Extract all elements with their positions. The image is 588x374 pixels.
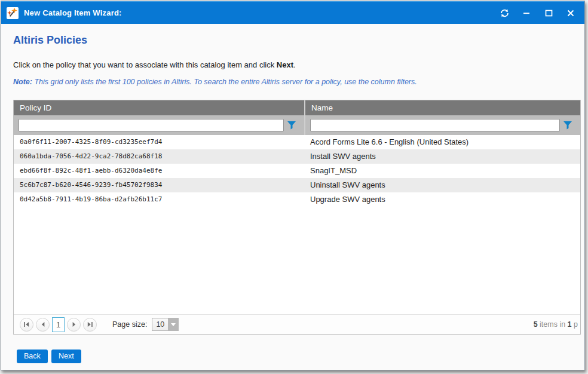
instruction-emphasis: Next — [277, 60, 293, 69]
last-page-button[interactable] — [83, 318, 97, 332]
pages-count: 1 — [568, 320, 572, 329]
name-cell[interactable]: Install SWV agents — [304, 149, 580, 164]
table-row[interactable]: 060a1bda-7056-4d22-9ca2-78d82ca68f18 Ins… — [14, 149, 580, 164]
name-filter-cell — [304, 115, 580, 135]
policy-id-filter-input[interactable] — [19, 119, 284, 131]
policy-id-cell[interactable]: 5c6b7c87-b620-4546-9239-fb45702f9834 — [14, 178, 304, 192]
window-controls — [498, 7, 577, 20]
previous-page-button[interactable] — [36, 318, 50, 332]
window-title: New Catalog Item Wizard: — [24, 8, 122, 17]
policy-id-cell[interactable]: ebd66f8f-892c-48f1-aebb-d6320da4e8fe — [14, 164, 304, 178]
first-page-button[interactable] — [20, 318, 33, 332]
policy-id-cell[interactable]: 060a1bda-7056-4d22-9ca2-78d82ca68f18 — [14, 149, 304, 164]
filter-row — [14, 115, 580, 135]
page-title: Altiris Policies — [13, 34, 87, 47]
next-page-button[interactable] — [67, 318, 81, 332]
note-body: This grid only lists the first 100 polic… — [32, 78, 417, 86]
instruction-text: Click on the policy that you want to ass… — [13, 60, 296, 69]
close-icon[interactable] — [564, 7, 577, 20]
page-size-value: 10 — [152, 318, 168, 331]
table-row[interactable]: 0d42a5b8-7911-4b19-86ba-d2afb26b11c7 Upg… — [14, 192, 580, 207]
grid-pager: 1 Page size: 10 5 items in 1 p — [14, 314, 580, 334]
column-header-name[interactable]: Name — [304, 100, 580, 115]
back-button[interactable]: Back — [17, 350, 48, 363]
note-label: Note: — [13, 78, 32, 86]
policy-id-cell[interactable]: 0d42a5b8-7911-4b19-86ba-d2afb26b11c7 — [14, 192, 304, 207]
minimize-icon[interactable] — [520, 7, 533, 20]
column-header-policy-id[interactable]: Policy ID — [14, 100, 304, 115]
page-size-label: Page size: — [112, 320, 147, 329]
items-count: 5 — [534, 320, 538, 329]
policies-grid: Policy ID Name 0a0f6f11-2007-4325-8f09-c… — [13, 100, 581, 335]
instruction-suffix: . — [293, 60, 296, 69]
maximize-icon[interactable] — [542, 7, 555, 20]
page-size-select[interactable]: 10 — [152, 318, 179, 331]
name-cell[interactable]: Upgrade SWV agents — [304, 192, 580, 207]
name-filter-icon[interactable] — [560, 118, 575, 133]
name-cell[interactable]: Acord Forms Lite 6.6 - English (United S… — [304, 135, 580, 149]
wizard-app-icon — [7, 7, 19, 19]
name-filter-input[interactable] — [310, 119, 560, 131]
next-button[interactable]: Next — [51, 350, 81, 363]
table-row[interactable]: 0a0f6f11-2007-4325-8f09-cd3235eef7d4 Aco… — [14, 135, 580, 149]
summary-infix: items in — [538, 320, 568, 329]
title-bar: New Catalog Item Wizard: — [1, 1, 584, 24]
name-cell[interactable]: SnagIT_MSD — [304, 164, 580, 178]
grid-header-row: Policy ID Name — [14, 100, 580, 115]
name-cell[interactable]: Uninstall SWV agents — [304, 178, 580, 192]
table-row[interactable]: ebd66f8f-892c-48f1-aebb-d6320da4e8fe Sna… — [14, 164, 580, 178]
instruction-prefix: Click on the policy that you want to ass… — [13, 60, 277, 69]
table-row[interactable]: 5c6b7c87-b620-4546-9239-fb45702f9834 Uni… — [14, 178, 580, 192]
chevron-down-icon[interactable] — [168, 318, 179, 331]
pager-summary: 5 items in 1 p — [534, 320, 578, 329]
policy-id-cell[interactable]: 0a0f6f11-2007-4325-8f09-cd3235eef7d4 — [14, 135, 304, 149]
wizard-window: New Catalog Item Wizard: Altiris Pol — [1, 1, 585, 370]
refresh-icon[interactable] — [498, 7, 511, 20]
summary-suffix: p — [572, 320, 578, 329]
policy-id-filter-cell — [14, 115, 304, 135]
current-page-indicator[interactable]: 1 — [52, 317, 65, 332]
note-text: Note: This grid only lists the first 100… — [13, 78, 417, 86]
policy-id-filter-icon[interactable] — [284, 118, 299, 133]
